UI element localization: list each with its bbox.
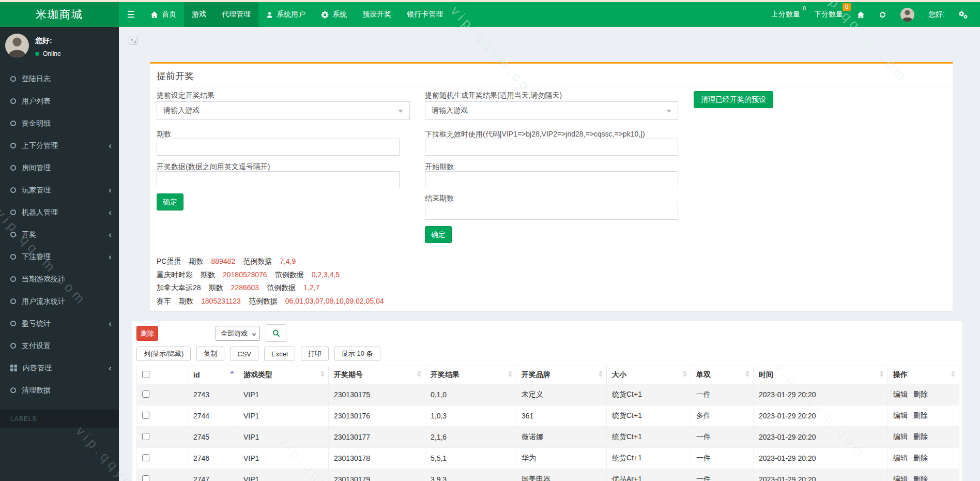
table-toolbar-button[interactable]: CSV xyxy=(230,347,258,361)
sidebar-menu-item[interactable]: 开奖‹ xyxy=(0,223,119,246)
row-action-link[interactable]: 编辑 xyxy=(893,454,908,462)
clear-drawn-presets-button[interactable]: 清理已经开奖的预设 xyxy=(694,91,773,108)
start-issue-input[interactable] xyxy=(425,171,678,188)
table-toolbar: 列(显示/隐藏)复制CSVExcel打印显示 10 条 xyxy=(136,347,380,361)
navbar-menu-item[interactable]: 系统用户 xyxy=(258,2,313,27)
sidebar-menu-item[interactable]: 登陆日志 xyxy=(0,68,119,90)
row-action-link[interactable]: 编辑 xyxy=(893,411,908,419)
table-cell: 230130179 xyxy=(329,469,425,481)
row-action-link[interactable]: 编辑 xyxy=(893,475,908,481)
chevron-left-icon: ‹ xyxy=(109,230,112,239)
row-action-link[interactable]: 删除 xyxy=(913,432,928,441)
random-result-game-select[interactable]: 请输入游戏 xyxy=(425,101,678,120)
navbar-menu-item[interactable]: 首页 xyxy=(143,2,184,27)
row-action-link[interactable]: 删除 xyxy=(913,411,928,419)
row-checkbox[interactable] xyxy=(142,454,149,461)
column-header[interactable]: 操作 xyxy=(888,366,959,384)
draw-data-input[interactable] xyxy=(157,171,400,188)
sidebar-item-label: 当期游戏统计 xyxy=(22,275,65,284)
refresh-icon[interactable] xyxy=(879,11,886,19)
table-toolbar-button[interactable]: 复制 xyxy=(196,347,224,361)
navbar-right: 上分数量 0 下分数量 0 您好: xyxy=(771,2,980,27)
table-cell: VIP1 xyxy=(238,448,329,469)
sidebar-menu-item[interactable]: 玩家管理‹ xyxy=(0,179,119,201)
navbar-menu-item[interactable]: 银行卡管理 xyxy=(399,2,451,27)
sidebar-toggle-icon[interactable]: ☰ xyxy=(119,2,143,27)
table-cell: 2,1,6 xyxy=(425,427,516,448)
table-toolbar-button[interactable]: 显示 10 条 xyxy=(334,347,380,361)
sidebar-menu-item[interactable]: 内容管理‹ xyxy=(0,357,119,379)
navbar-menu-item[interactable]: 预设开奖 xyxy=(355,2,399,27)
confirm-button[interactable]: 确定 xyxy=(425,226,452,243)
navbar-menu-item[interactable]: 游戏 xyxy=(184,2,214,27)
table-toolbar-button[interactable]: Excel xyxy=(264,347,295,361)
navbar-menu-item[interactable]: 代理管理 xyxy=(214,2,258,27)
game-filter-select[interactable]: 全部游戏 xyxy=(216,326,260,341)
table-cell: 一件 xyxy=(691,448,754,469)
row-checkbox[interactable] xyxy=(142,412,149,419)
sample-info-line: 赛车期数1805231123范例数据06,01,03,07,08,10,09,0… xyxy=(157,297,392,306)
row-action-link[interactable]: 删除 xyxy=(913,454,928,462)
row-checkbox[interactable] xyxy=(142,433,149,440)
sidebar-menu-item[interactable]: 用户列表 xyxy=(0,90,119,112)
down-score-counter[interactable]: 下分数量 0 xyxy=(814,10,843,19)
sidebar-menu-item[interactable]: 盈亏统计‹ xyxy=(0,312,119,335)
search-button[interactable] xyxy=(266,324,286,342)
column-header[interactable]: 开奖结果 xyxy=(425,366,516,384)
sidebar-menu-item[interactable]: 上下分管理‹ xyxy=(0,134,119,157)
column-header[interactable]: 游戏类型 xyxy=(238,366,329,384)
column-header[interactable]: 开奖品牌 xyxy=(516,366,607,384)
sidebar-item-label: 房间管理 xyxy=(22,163,51,173)
row-checkbox[interactable] xyxy=(142,475,149,481)
sidebar-item-label: 登陆日志 xyxy=(22,74,51,84)
grid-icon xyxy=(10,365,17,371)
select-all-checkbox[interactable] xyxy=(142,371,149,378)
navbar-greeting[interactable]: 您好: xyxy=(928,10,945,19)
sidebar-menu-item[interactable]: 下注管理‹ xyxy=(0,246,119,268)
sidebar-menu-item[interactable]: 资金明细 xyxy=(0,112,119,134)
game-name: PC蛋蛋 xyxy=(157,257,181,265)
row-select-cell xyxy=(137,448,188,469)
navbar-menu-item[interactable]: 系统 xyxy=(313,2,355,27)
sidebar-item-label: 机器人管理 xyxy=(22,208,58,217)
column-header[interactable]: 单双 xyxy=(691,366,754,384)
brand-logo[interactable]: 米珈商城 xyxy=(0,2,119,27)
start-issue-label: 开始期数 xyxy=(425,162,454,172)
sidebar-menu-item[interactable]: 机器人管理‹ xyxy=(0,201,119,223)
delete-button[interactable]: 删除 xyxy=(136,326,158,341)
table-row: 2744VIP12301301761,0,3361统货Ct+1多件2023-01… xyxy=(137,405,959,427)
row-action-link[interactable]: 编辑 xyxy=(893,432,908,441)
column-header[interactable]: id xyxy=(188,366,238,384)
issue-input[interactable] xyxy=(157,139,400,156)
table-cell: 3,9,3 xyxy=(425,469,516,481)
sidebar-menu-item[interactable]: 支付设置 xyxy=(0,335,119,357)
sidebar-menu-item[interactable]: 用户流水统计 xyxy=(0,290,119,312)
row-action-link[interactable]: 编辑 xyxy=(893,390,908,398)
sidebar-menu-item[interactable]: 清理数据 xyxy=(0,379,119,401)
column-header[interactable]: 开奖期号 xyxy=(329,366,425,384)
home-icon[interactable] xyxy=(857,11,865,19)
confirm-button[interactable]: 确定 xyxy=(157,193,183,211)
avatar xyxy=(5,34,29,57)
page-title: 提前开奖 xyxy=(157,70,194,82)
sidebar-menu-item[interactable]: 房间管理 xyxy=(0,157,119,179)
row-select-cell xyxy=(137,469,188,481)
end-issue-input[interactable] xyxy=(425,203,678,220)
column-header[interactable]: 时间 xyxy=(754,366,888,384)
row-checkbox[interactable] xyxy=(142,390,149,398)
fallback-code-input[interactable] xyxy=(425,139,678,156)
table-toolbar-button[interactable]: 打印 xyxy=(301,347,329,361)
column-header[interactable]: 大小 xyxy=(607,366,691,384)
table-toolbar-button[interactable]: 列(显示/隐藏) xyxy=(136,347,191,361)
table-cell: 2743 xyxy=(188,384,238,405)
up-score-counter[interactable]: 上分数量 0 xyxy=(771,10,800,19)
avatar[interactable] xyxy=(900,8,914,22)
set-result-game-select[interactable]: 请输入游戏 xyxy=(157,101,410,120)
circle-icon xyxy=(10,187,16,193)
row-action-link[interactable]: 删除 xyxy=(913,475,928,481)
sample-word: 范例数据 xyxy=(267,283,296,292)
cogs-icon[interactable] xyxy=(959,11,968,19)
table-row: 2745VIP12301301772,1,6薇诺娜统货Ct+1一件2023-01… xyxy=(137,427,959,448)
sidebar-menu-item[interactable]: 当期游戏统计 xyxy=(0,268,119,290)
row-action-link[interactable]: 删除 xyxy=(913,390,928,398)
